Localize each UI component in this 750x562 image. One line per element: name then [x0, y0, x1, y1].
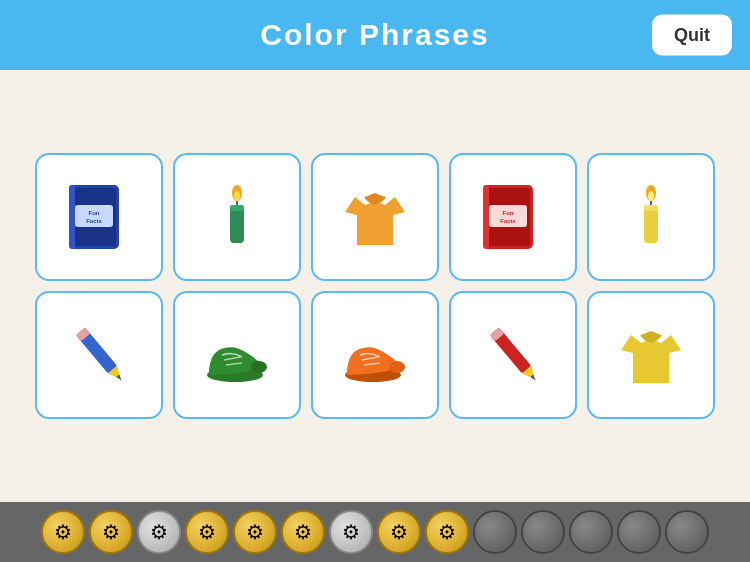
svg-point-20	[648, 191, 654, 201]
card-yellow-shirt[interactable]	[587, 291, 715, 419]
card-blue-pencil[interactable]	[35, 291, 163, 419]
card-orange-shoe[interactable]	[311, 291, 439, 419]
svg-text:Fun: Fun	[503, 210, 514, 216]
svg-point-7	[234, 191, 240, 201]
coin-1[interactable]: ⚙	[41, 510, 85, 554]
coin-12[interactable]	[569, 510, 613, 554]
svg-rect-23	[644, 205, 658, 211]
svg-point-29	[251, 361, 267, 373]
bottom-bar: ⚙ ⚙ ⚙ ⚙ ⚙ ⚙ ⚙ ⚙ ⚙	[0, 502, 750, 562]
coin-13[interactable]	[617, 510, 661, 554]
card-red-pencil[interactable]	[449, 291, 577, 419]
svg-text:Fun: Fun	[89, 210, 100, 216]
svg-point-33	[389, 361, 405, 373]
coin-14[interactable]	[665, 510, 709, 554]
coin-3[interactable]: ⚙	[137, 510, 181, 554]
card-grid: Fun Facts	[0, 70, 750, 502]
svg-text:Facts: Facts	[500, 218, 516, 224]
coin-11[interactable]	[521, 510, 565, 554]
page-title: Color Phrases	[260, 18, 489, 52]
card-green-candle[interactable]	[173, 153, 301, 281]
coin-5[interactable]: ⚙	[233, 510, 277, 554]
coin-7[interactable]: ⚙	[329, 510, 373, 554]
card-green-shoe[interactable]	[173, 291, 301, 419]
coin-8[interactable]: ⚙	[377, 510, 421, 554]
coin-10[interactable]	[473, 510, 517, 554]
coin-9[interactable]: ⚙	[425, 510, 469, 554]
card-blue-book[interactable]: Fun Facts	[35, 153, 163, 281]
coin-4[interactable]: ⚙	[185, 510, 229, 554]
card-row-2	[35, 291, 715, 419]
card-yellow-candle[interactable]	[587, 153, 715, 281]
quit-button[interactable]: Quit	[652, 15, 732, 56]
coin-6[interactable]: ⚙	[281, 510, 325, 554]
svg-rect-10	[230, 205, 244, 211]
card-row-1: Fun Facts	[35, 153, 715, 281]
card-red-book[interactable]: Fun Facts	[449, 153, 577, 281]
coin-2[interactable]: ⚙	[89, 510, 133, 554]
app-header: Color Phrases Quit	[0, 0, 750, 70]
card-orange-shirt[interactable]	[311, 153, 439, 281]
svg-text:Facts: Facts	[86, 218, 102, 224]
svg-rect-18	[483, 185, 489, 249]
svg-rect-5	[69, 185, 75, 249]
